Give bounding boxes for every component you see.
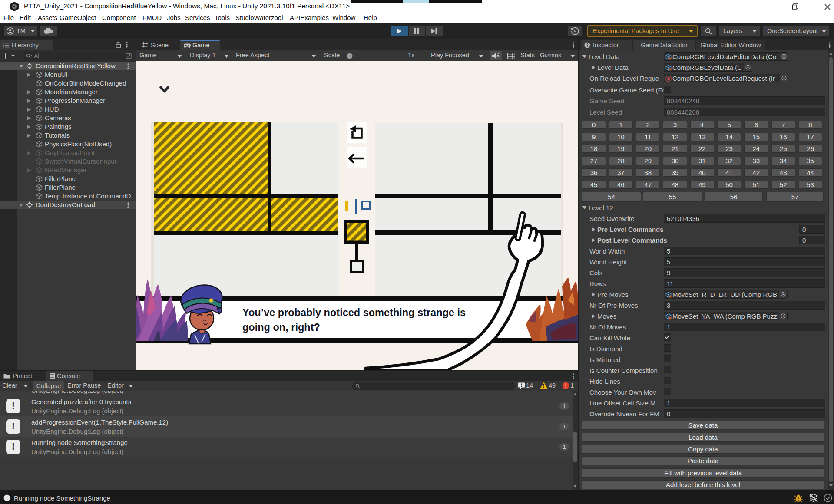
svg-text:E: E: [667, 76, 670, 81]
svg-text:!: !: [798, 497, 799, 501]
